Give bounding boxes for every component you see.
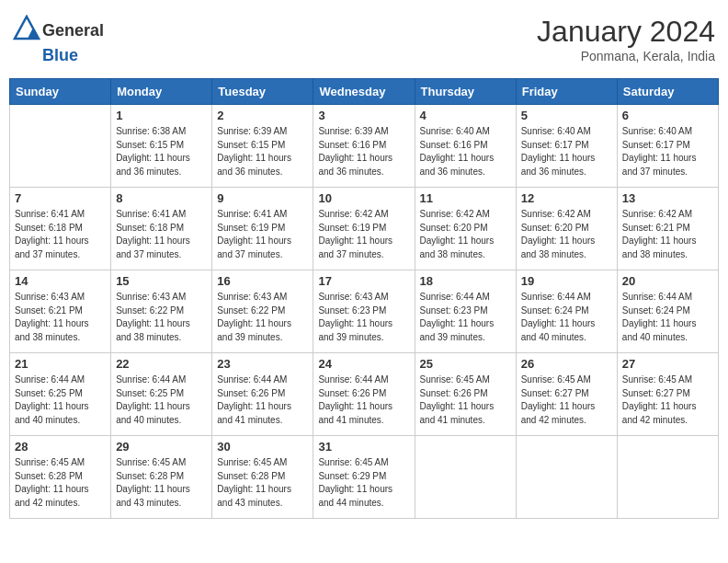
day-number: 8: [116, 191, 207, 205]
calendar-cell: 16Sunrise: 6:43 AM Sunset: 6:22 PM Dayli…: [212, 270, 313, 353]
week-row-4: 21Sunrise: 6:44 AM Sunset: 6:25 PM Dayli…: [10, 353, 719, 436]
header: General Blue January 2024 Ponmana, Keral…: [9, 9, 719, 71]
day-info: Sunrise: 6:44 AM Sunset: 6:25 PM Dayligh…: [116, 373, 207, 427]
calendar-cell: 8Sunrise: 6:41 AM Sunset: 6:18 PM Daylig…: [111, 188, 212, 270]
day-number: 11: [420, 191, 511, 205]
day-info: Sunrise: 6:45 AM Sunset: 6:28 PM Dayligh…: [116, 456, 207, 510]
calendar-cell: 3Sunrise: 6:39 AM Sunset: 6:16 PM Daylig…: [313, 105, 415, 188]
col-header-wednesday: Wednesday: [313, 79, 415, 105]
header-row: SundayMondayTuesdayWednesdayThursdayFrid…: [10, 79, 719, 105]
calendar-cell: [415, 436, 516, 519]
day-info: Sunrise: 6:44 AM Sunset: 6:24 PM Dayligh…: [622, 291, 713, 344]
calendar-cell: 21Sunrise: 6:44 AM Sunset: 6:25 PM Dayli…: [10, 353, 111, 436]
day-info: Sunrise: 6:44 AM Sunset: 6:26 PM Dayligh…: [217, 373, 308, 427]
day-info: Sunrise: 6:39 AM Sunset: 6:16 PM Dayligh…: [318, 125, 409, 178]
day-number: 16: [217, 274, 308, 288]
col-header-thursday: Thursday: [415, 79, 516, 105]
calendar-cell: [617, 436, 718, 519]
day-number: 30: [217, 440, 308, 454]
calendar-cell: [10, 105, 111, 188]
calendar-cell: 5Sunrise: 6:40 AM Sunset: 6:17 PM Daylig…: [516, 105, 617, 188]
day-info: Sunrise: 6:44 AM Sunset: 6:26 PM Dayligh…: [318, 373, 409, 427]
calendar-cell: 2Sunrise: 6:39 AM Sunset: 6:15 PM Daylig…: [212, 105, 313, 188]
day-info: Sunrise: 6:44 AM Sunset: 6:23 PM Dayligh…: [420, 291, 511, 344]
day-info: Sunrise: 6:40 AM Sunset: 6:17 PM Dayligh…: [622, 125, 713, 178]
day-number: 25: [420, 357, 511, 371]
day-info: Sunrise: 6:45 AM Sunset: 6:27 PM Dayligh…: [521, 373, 612, 427]
col-header-friday: Friday: [516, 79, 617, 105]
calendar-cell: 4Sunrise: 6:40 AM Sunset: 6:16 PM Daylig…: [415, 105, 516, 188]
month-title: January 2024: [537, 15, 715, 49]
day-number: 6: [622, 109, 713, 122]
day-info: Sunrise: 6:42 AM Sunset: 6:21 PM Dayligh…: [622, 208, 713, 261]
day-number: 28: [15, 440, 106, 454]
calendar-cell: 1Sunrise: 6:38 AM Sunset: 6:15 PM Daylig…: [111, 105, 212, 188]
logo-blue-text: Blue: [42, 46, 78, 65]
day-info: Sunrise: 6:43 AM Sunset: 6:23 PM Dayligh…: [318, 291, 409, 344]
day-info: Sunrise: 6:43 AM Sunset: 6:22 PM Dayligh…: [116, 291, 207, 344]
day-info: Sunrise: 6:45 AM Sunset: 6:26 PM Dayligh…: [420, 373, 511, 427]
day-info: Sunrise: 6:41 AM Sunset: 6:19 PM Dayligh…: [217, 208, 308, 261]
col-header-monday: Monday: [111, 79, 212, 105]
day-number: 14: [15, 274, 106, 288]
calendar-cell: 14Sunrise: 6:43 AM Sunset: 6:21 PM Dayli…: [10, 270, 111, 353]
day-number: 24: [318, 357, 409, 371]
day-info: Sunrise: 6:41 AM Sunset: 6:18 PM Dayligh…: [116, 208, 207, 261]
day-info: Sunrise: 6:42 AM Sunset: 6:20 PM Dayligh…: [420, 208, 511, 261]
week-row-2: 7Sunrise: 6:41 AM Sunset: 6:18 PM Daylig…: [10, 188, 719, 270]
calendar-cell: 31Sunrise: 6:45 AM Sunset: 6:29 PM Dayli…: [313, 436, 415, 519]
day-number: 21: [15, 357, 106, 371]
calendar-cell: 17Sunrise: 6:43 AM Sunset: 6:23 PM Dayli…: [313, 270, 415, 353]
day-info: Sunrise: 6:44 AM Sunset: 6:24 PM Dayligh…: [521, 291, 612, 344]
day-info: Sunrise: 6:38 AM Sunset: 6:15 PM Dayligh…: [116, 125, 207, 178]
day-info: Sunrise: 6:44 AM Sunset: 6:25 PM Dayligh…: [15, 373, 106, 427]
day-number: 26: [521, 357, 612, 371]
day-info: Sunrise: 6:40 AM Sunset: 6:17 PM Dayligh…: [521, 125, 612, 178]
calendar-cell: [516, 436, 617, 519]
day-info: Sunrise: 6:45 AM Sunset: 6:29 PM Dayligh…: [318, 456, 409, 510]
day-info: Sunrise: 6:40 AM Sunset: 6:16 PM Dayligh…: [420, 125, 511, 178]
day-info: Sunrise: 6:45 AM Sunset: 6:27 PM Dayligh…: [622, 373, 713, 427]
calendar-cell: 23Sunrise: 6:44 AM Sunset: 6:26 PM Dayli…: [212, 353, 313, 436]
col-header-tuesday: Tuesday: [212, 79, 313, 105]
logo-general-text: General: [42, 21, 104, 40]
calendar-cell: 12Sunrise: 6:42 AM Sunset: 6:20 PM Dayli…: [516, 188, 617, 270]
calendar-table: SundayMondayTuesdayWednesdayThursdayFrid…: [9, 78, 719, 519]
calendar-cell: 19Sunrise: 6:44 AM Sunset: 6:24 PM Dayli…: [516, 270, 617, 353]
calendar-cell: 15Sunrise: 6:43 AM Sunset: 6:22 PM Dayli…: [111, 270, 212, 353]
col-header-sunday: Sunday: [10, 79, 111, 105]
calendar-cell: 26Sunrise: 6:45 AM Sunset: 6:27 PM Dayli…: [516, 353, 617, 436]
day-number: 27: [622, 357, 713, 371]
day-info: Sunrise: 6:42 AM Sunset: 6:20 PM Dayligh…: [521, 208, 612, 261]
location: Ponmana, Kerala, India: [537, 49, 715, 63]
day-number: 10: [318, 191, 409, 205]
calendar-cell: 27Sunrise: 6:45 AM Sunset: 6:27 PM Dayli…: [617, 353, 718, 436]
day-number: 29: [116, 440, 207, 454]
calendar-cell: 20Sunrise: 6:44 AM Sunset: 6:24 PM Dayli…: [617, 270, 718, 353]
day-info: Sunrise: 6:45 AM Sunset: 6:28 PM Dayligh…: [217, 456, 308, 510]
calendar-cell: 7Sunrise: 6:41 AM Sunset: 6:18 PM Daylig…: [10, 188, 111, 270]
day-number: 31: [318, 440, 409, 454]
logo-icon: [13, 15, 40, 42]
day-number: 1: [116, 109, 207, 122]
calendar-cell: 29Sunrise: 6:45 AM Sunset: 6:28 PM Dayli…: [111, 436, 212, 519]
day-info: Sunrise: 6:39 AM Sunset: 6:15 PM Dayligh…: [217, 125, 308, 178]
day-number: 20: [622, 274, 713, 288]
calendar-cell: 24Sunrise: 6:44 AM Sunset: 6:26 PM Dayli…: [313, 353, 415, 436]
day-number: 22: [116, 357, 207, 371]
day-number: 2: [217, 109, 308, 122]
day-number: 23: [217, 357, 308, 371]
day-number: 17: [318, 274, 409, 288]
day-number: 9: [217, 191, 308, 205]
week-row-3: 14Sunrise: 6:43 AM Sunset: 6:21 PM Dayli…: [10, 270, 719, 353]
calendar-cell: 30Sunrise: 6:45 AM Sunset: 6:28 PM Dayli…: [212, 436, 313, 519]
day-number: 12: [521, 191, 612, 205]
day-number: 4: [420, 109, 511, 122]
day-info: Sunrise: 6:42 AM Sunset: 6:19 PM Dayligh…: [318, 208, 409, 261]
week-row-5: 28Sunrise: 6:45 AM Sunset: 6:28 PM Dayli…: [10, 436, 719, 519]
calendar-cell: 25Sunrise: 6:45 AM Sunset: 6:26 PM Dayli…: [415, 353, 516, 436]
logo: General Blue: [13, 15, 104, 65]
calendar-cell: 22Sunrise: 6:44 AM Sunset: 6:25 PM Dayli…: [111, 353, 212, 436]
day-info: Sunrise: 6:41 AM Sunset: 6:18 PM Dayligh…: [15, 208, 106, 261]
title-area: January 2024 Ponmana, Kerala, India: [537, 15, 715, 63]
